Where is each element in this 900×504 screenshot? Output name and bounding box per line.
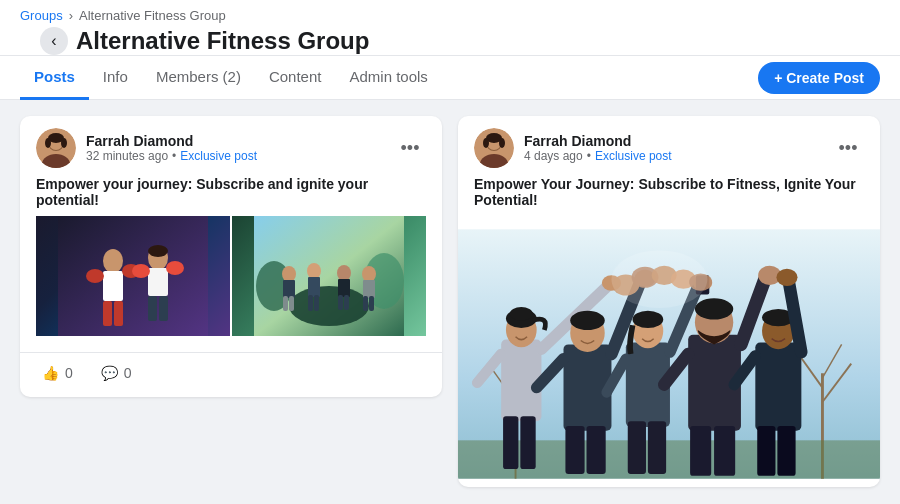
boxing-image-svg xyxy=(36,216,230,336)
post-footer-1: 👍 0 💬 0 xyxy=(20,352,442,397)
svg-point-76 xyxy=(633,311,664,328)
post-author-info-2: Farrah Diamond 4 days ago • Exclusive po… xyxy=(474,128,672,168)
svg-rect-65 xyxy=(520,416,535,469)
svg-rect-64 xyxy=(503,416,518,469)
svg-point-18 xyxy=(132,264,150,278)
svg-point-6 xyxy=(61,138,67,148)
svg-rect-82 xyxy=(648,421,666,474)
tab-posts[interactable]: Posts xyxy=(20,56,89,100)
svg-rect-97 xyxy=(757,426,775,476)
svg-rect-16 xyxy=(148,296,157,321)
svg-rect-10 xyxy=(103,301,112,326)
page-title: Alternative Fitness Group xyxy=(76,27,369,55)
svg-rect-31 xyxy=(308,295,313,311)
svg-rect-57 xyxy=(501,340,541,422)
avatar-2 xyxy=(474,128,514,168)
svg-point-33 xyxy=(337,265,351,281)
svg-point-60 xyxy=(510,307,533,320)
svg-rect-40 xyxy=(369,296,374,311)
breadcrumb: Groups › Alternative Fitness Group xyxy=(20,0,880,23)
svg-point-68 xyxy=(570,311,605,330)
post-meta-2: 4 days ago • Exclusive post xyxy=(524,149,672,163)
svg-rect-90 xyxy=(714,426,735,476)
svg-point-8 xyxy=(103,249,123,273)
breadcrumb-current: Alternative Fitness Group xyxy=(79,8,226,23)
group-highfive-svg xyxy=(458,224,880,484)
like-button-1[interactable]: 👍 0 xyxy=(36,361,79,385)
exclusive-tag-2[interactable]: Exclusive post xyxy=(595,149,672,163)
more-options-button-2[interactable]: ••• xyxy=(832,132,864,164)
svg-point-20 xyxy=(148,245,168,257)
svg-rect-98 xyxy=(777,426,795,476)
comment-icon-1: 💬 xyxy=(101,365,118,381)
svg-rect-11 xyxy=(114,301,123,326)
more-options-button-1[interactable]: ••• xyxy=(394,132,426,164)
post-header-1: Farrah Diamond 32 minutes ago • Exclusiv… xyxy=(20,116,442,176)
svg-point-46 xyxy=(483,138,489,148)
svg-rect-89 xyxy=(690,426,711,476)
svg-point-85 xyxy=(695,298,733,319)
post-time-1: 32 minutes ago xyxy=(86,149,168,163)
post-image-outdoor xyxy=(232,216,426,336)
breadcrumb-separator: › xyxy=(69,8,73,23)
svg-rect-15 xyxy=(148,268,168,296)
svg-rect-26 xyxy=(283,280,295,298)
post-card-2: Farrah Diamond 4 days ago • Exclusive po… xyxy=(458,116,880,487)
comment-count-1: 0 xyxy=(124,365,132,381)
post-images-1 xyxy=(36,216,426,336)
like-icon-1: 👍 xyxy=(42,365,59,381)
main-content: Farrah Diamond 32 minutes ago • Exclusiv… xyxy=(0,100,900,503)
tab-admin-tools[interactable]: Admin tools xyxy=(335,56,441,100)
svg-point-104 xyxy=(611,250,707,308)
svg-rect-36 xyxy=(344,295,349,310)
tab-info[interactable]: Info xyxy=(89,56,142,100)
post-body-2: Empower Your Journey: Subscribe to Fitne… xyxy=(458,176,880,224)
svg-rect-38 xyxy=(363,280,375,298)
post-image-group xyxy=(458,224,880,487)
more-dots-icon-2: ••• xyxy=(839,138,858,159)
post-title-1: Empower your journey: Subscribe and igni… xyxy=(36,176,426,208)
post-header-2: Farrah Diamond 4 days ago • Exclusive po… xyxy=(458,116,880,176)
breadcrumb-groups-link[interactable]: Groups xyxy=(20,8,63,23)
avatar-1 xyxy=(36,128,76,168)
svg-rect-91 xyxy=(755,342,801,430)
svg-rect-28 xyxy=(289,296,294,311)
svg-point-5 xyxy=(45,138,51,148)
back-button[interactable]: ‹ xyxy=(40,27,68,55)
svg-rect-81 xyxy=(628,421,646,474)
page-title-row: ‹ Alternative Fitness Group xyxy=(40,27,369,55)
post-title-2: Empower Your Journey: Subscribe to Fitne… xyxy=(474,176,864,208)
post-author-info-1: Farrah Diamond 32 minutes ago • Exclusiv… xyxy=(36,128,257,168)
svg-point-12 xyxy=(86,269,104,283)
tab-content[interactable]: Content xyxy=(255,56,336,100)
svg-point-95 xyxy=(776,269,797,286)
post-time-2: 4 days ago xyxy=(524,149,583,163)
post-meta-1: 32 minutes ago • Exclusive post xyxy=(86,149,257,163)
svg-rect-72 xyxy=(565,426,584,474)
outdoor-image-svg xyxy=(232,216,426,336)
svg-rect-32 xyxy=(314,295,319,311)
svg-rect-34 xyxy=(338,279,350,297)
svg-point-19 xyxy=(166,261,184,275)
post-image-boxing xyxy=(36,216,230,336)
post-card-1: Farrah Diamond 32 minutes ago • Exclusiv… xyxy=(20,116,442,397)
tab-members[interactable]: Members (2) xyxy=(142,56,255,100)
more-dots-icon-1: ••• xyxy=(401,138,420,159)
tabs-bar: Posts Info Members (2) Content Admin too… xyxy=(0,56,900,100)
comment-button-1[interactable]: 💬 0 xyxy=(95,361,138,385)
svg-rect-39 xyxy=(363,296,368,311)
post-body-1: Empower your journey: Subscribe and igni… xyxy=(20,176,442,344)
create-post-button[interactable]: + Create Post xyxy=(758,62,880,94)
author-name-1: Farrah Diamond xyxy=(86,133,257,149)
page-header: ‹ Alternative Fitness Group xyxy=(20,23,880,55)
svg-rect-27 xyxy=(283,296,288,311)
svg-rect-35 xyxy=(338,295,343,310)
svg-rect-30 xyxy=(308,277,320,297)
svg-rect-73 xyxy=(587,426,606,474)
author-name-2: Farrah Diamond xyxy=(524,133,672,149)
svg-point-25 xyxy=(282,266,296,282)
svg-rect-17 xyxy=(159,296,168,321)
svg-point-24 xyxy=(289,286,369,326)
exclusive-tag-1[interactable]: Exclusive post xyxy=(180,149,257,163)
like-count-1: 0 xyxy=(65,365,73,381)
